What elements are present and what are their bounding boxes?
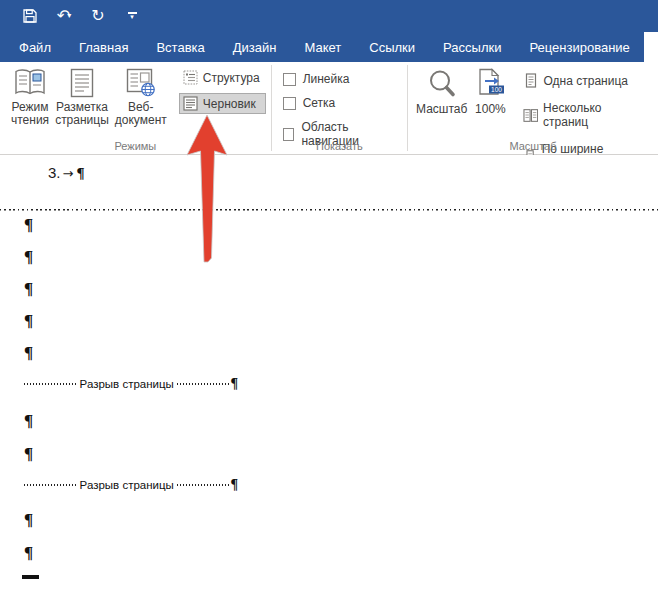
paragraph-mark: ¶: [230, 377, 238, 391]
web-layout-button[interactable]: Веб- документ: [112, 66, 170, 129]
multiple-pages-icon: [523, 108, 539, 123]
zoom-100-icon: 100: [475, 68, 505, 100]
ribbon-tab-row: Файл Главная Вставка Дизайн Макет Ссылки…: [0, 32, 658, 62]
tab-character-mark: →: [63, 166, 74, 181]
draft-view-button[interactable]: Черновик: [179, 93, 266, 114]
tab-insert[interactable]: Вставка: [142, 32, 218, 62]
paragraph-mark: ¶: [24, 412, 33, 429]
manual-page-break-line: Разрыв страницы ¶: [24, 377, 238, 391]
one-page-button[interactable]: Одна страница: [519, 70, 653, 91]
gridlines-checkbox[interactable]: [283, 97, 296, 110]
show-group-label: Показать: [272, 140, 407, 152]
paragraph-mark: ¶: [24, 445, 33, 462]
end-of-document-mark: [22, 575, 39, 579]
zoom-group-label: Масштаб: [408, 140, 658, 152]
outline-view-label: Структура: [203, 71, 260, 85]
web-layout-icon: [125, 68, 157, 98]
one-page-label: Одна страница: [544, 74, 628, 88]
customize-quick-access-icon[interactable]: ▾: [119, 4, 145, 28]
multiple-pages-label: Несколько страниц: [543, 101, 647, 129]
read-mode-icon: [13, 68, 47, 98]
page-break-dots: [177, 383, 230, 385]
tab-mailings[interactable]: Рассылки: [429, 32, 515, 62]
svg-text:100: 100: [491, 86, 502, 93]
tab-file[interactable]: Файл: [5, 32, 65, 62]
tab-design[interactable]: Дизайн: [219, 32, 291, 62]
page-break-label: Разрыв страницы: [77, 479, 177, 491]
read-mode-button[interactable]: Режим чтения: [8, 66, 52, 129]
ribbon-group-zoom: Масштаб 100 100%: [408, 62, 658, 154]
manual-page-break-line: Разрыв страницы ¶: [24, 478, 238, 492]
tab-view[interactable]: Вид: [644, 32, 658, 62]
view-small-buttons: Структура Черновик: [179, 66, 266, 114]
zoom-icon: [426, 68, 458, 100]
paragraph-mark: ¶: [24, 344, 33, 361]
views-group-label: Режимы: [0, 140, 271, 152]
ruler-label: Линейка: [303, 72, 350, 86]
one-page-icon: [523, 73, 539, 88]
zoom-button-label: Масштаб: [416, 103, 467, 116]
zoom-button[interactable]: Масштаб: [413, 66, 470, 118]
outline-view-icon: [183, 70, 198, 85]
undo-dropdown-caret[interactable]: ▾: [67, 12, 71, 20]
automatic-page-break-line: [0, 209, 658, 211]
paragraph-mark: ¶: [24, 511, 33, 528]
tab-layout[interactable]: Макет: [290, 32, 355, 62]
paragraph-mark: ¶: [24, 280, 33, 297]
zoom-100-button[interactable]: 100 100%: [470, 66, 510, 118]
title-bar: ↶▾ ↻ ▾: [0, 0, 658, 32]
ribbon-group-show: Линейка Сетка Область навигации Показать: [272, 62, 407, 154]
zoom-100-label: 100%: [475, 103, 506, 116]
page-break-dots: [24, 484, 77, 486]
ruler-checkbox[interactable]: [283, 73, 296, 86]
ribbon: Режим чтения Разметка страницы: [0, 62, 658, 155]
undo-icon[interactable]: ↶▾: [51, 4, 77, 28]
show-checkboxes: Линейка Сетка Область навигации: [277, 66, 402, 148]
ruler-checkbox-row[interactable]: Линейка: [283, 72, 398, 86]
page-break-label: Разрыв страницы: [77, 378, 177, 390]
draft-view-icon: [183, 96, 198, 111]
multiple-pages-button[interactable]: Несколько страниц: [519, 98, 653, 132]
print-layout-icon: [69, 68, 95, 98]
page-break-dots: [24, 383, 77, 385]
paragraph-mark: ¶: [24, 544, 33, 561]
print-layout-label: Разметка страницы: [55, 101, 109, 127]
document-canvas[interactable]: 3. → ¶ ¶ ¶ ¶ ¶ ¶ Разрыв страницы ¶ ¶ ¶ Р…: [0, 155, 658, 605]
numbered-list-line: 3. → ¶: [48, 164, 85, 181]
tab-home[interactable]: Главная: [65, 32, 142, 62]
paragraph-mark: ¶: [24, 216, 33, 233]
save-icon[interactable]: [17, 4, 43, 28]
word-window: ↶▾ ↻ ▾ Файл Главная Вставка Дизайн Макет…: [0, 0, 658, 606]
page-break-dots: [177, 484, 230, 486]
tab-review[interactable]: Рецензирование: [515, 32, 643, 62]
tab-references[interactable]: Ссылки: [355, 32, 429, 62]
paragraph-mark: ¶: [24, 312, 33, 329]
outline-view-button[interactable]: Структура: [179, 67, 266, 88]
print-layout-button[interactable]: Разметка страницы: [52, 66, 112, 129]
redo-glyph: ↻: [91, 8, 104, 24]
draft-view-label: Черновик: [203, 97, 256, 111]
paragraph-mark: ¶: [230, 478, 238, 492]
navigation-pane-checkbox[interactable]: [283, 128, 295, 141]
paragraph-mark: ¶: [24, 248, 33, 265]
gridlines-checkbox-row[interactable]: Сетка: [283, 96, 398, 110]
list-number: 3.: [48, 164, 61, 181]
ribbon-group-views: Режим чтения Разметка страницы: [0, 62, 271, 154]
read-mode-label: Режим чтения: [11, 101, 49, 127]
redo-icon[interactable]: ↻: [85, 4, 111, 28]
gridlines-label: Сетка: [303, 96, 336, 110]
paragraph-mark: ¶: [76, 166, 84, 181]
web-layout-label: Веб- документ: [115, 101, 167, 127]
customize-caret: ▾: [130, 15, 134, 20]
